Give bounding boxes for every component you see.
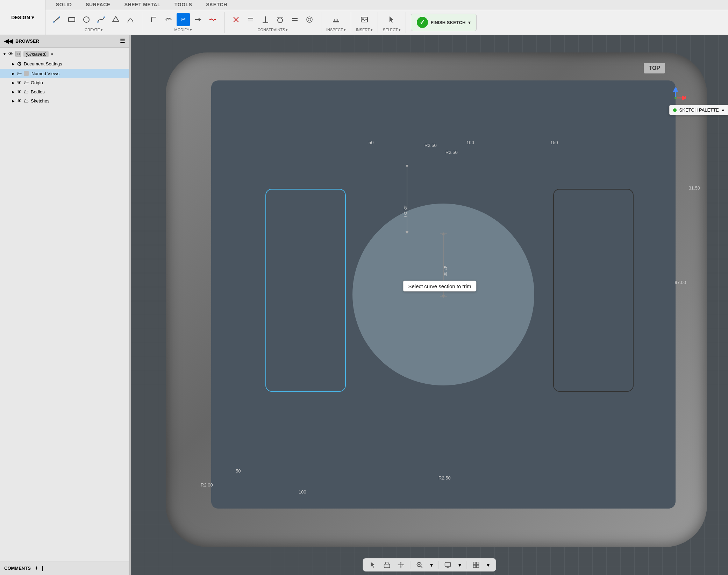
sketch-palette-expand-icon[interactable]: » [722,107,724,113]
arc-tool[interactable] [124,13,137,26]
bodies-eye-icon[interactable]: 👁 [17,89,22,94]
inspect-measure[interactable] [329,13,343,26]
tab-solid[interactable]: SOLID [49,0,79,10]
finish-sketch-button[interactable]: ✓ FINISH SKETCH ▾ [411,14,477,31]
bottom-toolbar: ▾ ▾ ▾ [363,558,496,572]
constraint-perpendicular[interactable] [259,13,272,26]
dim-42-label: 42.00 [443,266,448,276]
inspect-dropdown-icon[interactable]: ▾ [344,28,346,32]
doc-settings-expand-icon[interactable]: ▶ [12,62,15,66]
display-btn[interactable] [442,560,454,570]
device-body: Select curve section to trim [166,52,707,547]
trim-tool[interactable]: ✂ [177,13,190,26]
canvas[interactable]: Select curve section to trim [131,35,728,575]
root-eye-icon[interactable]: 👁 [8,51,13,57]
named-views-icon2 [24,71,29,76]
tab-sketch[interactable]: SKETCH [199,0,234,10]
sidebar-resize-handle[interactable] [127,35,129,575]
comments-collapse-icon[interactable]: | [42,566,43,571]
finish-sketch-dropdown-icon[interactable]: ▾ [468,20,471,25]
browser-item-bodies[interactable]: ▶ 👁 🗁 Bodies [0,87,129,96]
create-dropdown-icon[interactable]: ▾ [101,28,103,32]
browser-options-icon[interactable]: ☰ [120,38,125,44]
dim-100-top: 100 [466,140,474,145]
dim-r250-top-right2: R2.50 [445,150,458,155]
rectangle-tool[interactable] [65,13,78,26]
browser-header: ◀◀ BROWSER ☰ [0,35,129,48]
constraints-dropdown-icon[interactable]: ▾ [286,28,288,32]
svg-rect-49 [473,565,476,568]
extend-tool[interactable] [191,13,205,26]
constraint-coincident[interactable] [229,13,243,26]
tab-sheet-metal[interactable]: SHEET METAL [117,0,167,10]
sketch-palette[interactable]: SKETCH PALETTE » [669,105,728,115]
spline-tool[interactable] [94,13,108,26]
tab-tools[interactable]: TOOLS [167,0,199,10]
bodies-folder-icon: 🗁 [24,89,29,94]
design-dropdown-icon[interactable]: ▾ [31,15,34,20]
polygon-tool[interactable] [109,13,122,26]
insert-dropdown-icon[interactable]: ▾ [371,28,373,32]
design-menu[interactable]: DESIGN ▾ [0,0,45,35]
sketch-palette-dot [673,108,677,112]
browser-item-root[interactable]: ▼ 👁 □ (Unsaved) ● [0,49,129,59]
browser-item-named-views[interactable]: ▶ 🗁 Named Views [0,69,129,78]
design-label: DESIGN [11,15,30,20]
sketches-eye-icon[interactable]: 👁 [17,98,22,104]
svg-point-29 [362,18,364,19]
create-label[interactable]: CREATE ▾ [85,28,103,32]
grid-dropdown-btn[interactable]: ▾ [484,560,492,570]
inspect-group: INSPECT ▾ [323,11,349,34]
origin-eye-icon[interactable]: 👁 [17,80,22,85]
select-label[interactable]: SELECT ▾ [383,28,401,32]
cursor-tool-btn[interactable] [367,560,379,570]
svg-text:X: X [685,95,686,100]
inspect-label[interactable]: INSPECT ▾ [326,28,346,32]
comments-label: COMMENTS [4,566,31,571]
constraints-label[interactable]: CONSTRAINTS ▾ [258,28,288,32]
insert-image[interactable] [358,13,371,26]
insert-icons-row [358,13,371,26]
zoom-btn[interactable] [413,560,426,570]
pan-tool-btn[interactable] [395,560,407,570]
tab-surface[interactable]: SURFACE [79,0,117,10]
zoom-dropdown-btn[interactable]: ▾ [427,560,436,570]
browser-item-origin[interactable]: ▶ 👁 🗁 Origin [0,78,129,87]
offset-tool[interactable] [162,13,175,26]
comments-add-icon[interactable]: ＋ [34,565,39,572]
break-tool[interactable] [206,13,219,26]
grid-btn[interactable] [470,560,483,570]
select-group: SELECT ▾ [379,11,404,34]
constraint-concentric[interactable] [303,13,316,26]
sketches-label: Sketches [31,98,126,104]
select-dropdown-icon[interactable]: ▾ [399,28,401,32]
svg-point-38 [675,97,677,99]
constraint-equal[interactable] [288,13,301,26]
browser-label: BROWSER [15,38,39,44]
svg-point-23 [308,18,311,21]
line-tool[interactable] [50,13,64,26]
named-views-expand-icon[interactable]: ▶ [12,72,15,76]
fillet-tool[interactable] [147,13,160,26]
browser-item-sketches[interactable]: ▶ 👁 🗁 Sketches [0,96,129,105]
toolbar: DESIGN ▾ SOLID SURFACE SHEET METAL TOOLS… [0,0,728,35]
sketch-rect-right [553,189,634,392]
sketches-folder-icon: 🗁 [24,98,29,104]
bodies-expand-icon[interactable]: ▶ [12,90,15,94]
browser-collapse-icon[interactable]: ◀◀ [4,38,13,44]
svg-line-11 [212,19,214,21]
root-expand-icon[interactable]: ▼ [3,52,6,56]
modify-label[interactable]: MODIFY ▾ [174,28,192,32]
select-tool[interactable] [385,13,398,26]
circle-tool[interactable] [80,13,93,26]
constraint-tangent[interactable] [273,13,287,26]
browser-item-document-settings[interactable]: ▶ ⚙ Document Settings [0,59,129,69]
insert-label[interactable]: INSERT ▾ [356,28,373,32]
origin-expand-icon[interactable]: ▶ [12,81,15,85]
create-icons-row [50,13,137,26]
modify-dropdown-icon[interactable]: ▾ [190,28,192,32]
constraint-parallel[interactable] [244,13,257,26]
display-dropdown-btn[interactable]: ▾ [456,560,464,570]
sketches-expand-icon[interactable]: ▶ [12,99,15,103]
home-camera-btn[interactable] [381,560,393,570]
